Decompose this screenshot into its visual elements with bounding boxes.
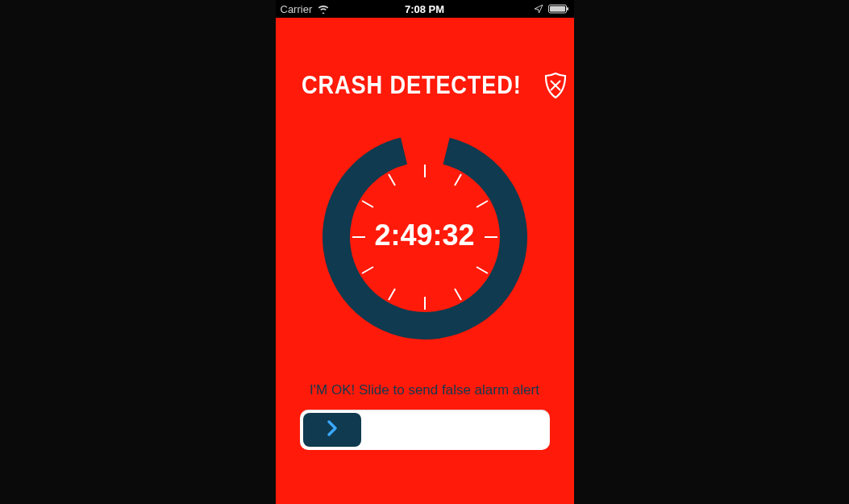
false-alarm-slider[interactable] [300,410,550,450]
svg-line-6 [455,174,461,185]
instruction-text: I'M OK! Slide to send false alarm alert [276,382,574,398]
countdown-timer: 2:49:32 [374,219,474,252]
phone-screen: Carrier 7:08 PM [276,0,574,504]
crash-title: CRASH DETECTED! [302,70,522,100]
carrier-label: Carrier [281,3,313,15]
svg-line-15 [362,201,373,207]
svg-rect-1 [567,7,568,10]
slider-handle[interactable] [303,413,361,447]
countdown-ring: 2:49:32 [276,124,574,350]
shield-icon [544,73,567,98]
battery-icon [548,4,569,14]
status-bar: Carrier 7:08 PM [276,0,574,18]
location-icon [534,4,543,14]
svg-line-13 [362,267,373,273]
wifi-icon [317,4,330,14]
svg-line-10 [455,289,461,300]
svg-line-12 [389,289,395,300]
status-time: 7:08 PM [405,3,444,15]
svg-line-16 [389,174,395,185]
chevron-right-icon [326,419,339,440]
svg-rect-2 [550,6,565,12]
svg-line-9 [477,267,488,273]
svg-line-7 [477,201,488,207]
